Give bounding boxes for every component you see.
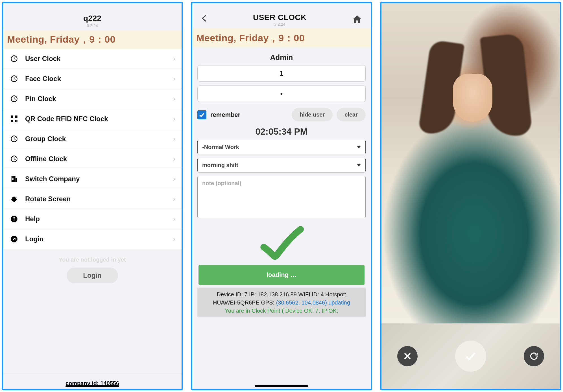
clear-button[interactable]: clear xyxy=(337,108,366,121)
menu-item-label: QR Code RFID NFC Clock xyxy=(25,115,173,123)
chevron-right-icon: › xyxy=(173,175,175,183)
clockpoint-status: You are in Clock Point ( Device OK: 7, I… xyxy=(201,307,362,315)
svg-rect-3 xyxy=(11,115,13,118)
clock-icon xyxy=(9,74,19,84)
chevron-right-icon: › xyxy=(173,215,175,223)
back-button[interactable] xyxy=(200,13,208,27)
device-hotspot: HUAWEI-5QR6PE GPS: xyxy=(213,299,276,306)
menu-item-pin-clock[interactable]: Pin Clock› xyxy=(3,89,182,109)
svg-rect-12 xyxy=(12,176,16,182)
clock-icon xyxy=(9,54,19,63)
shift-select[interactable]: morning shift xyxy=(197,158,366,172)
meeting-banner: Meeting, Friday，9：00 xyxy=(192,29,371,47)
camera-preview xyxy=(381,3,560,323)
company-id-label: company id: 140556 xyxy=(3,373,182,387)
svg-rect-13 xyxy=(12,177,13,177)
refresh-icon xyxy=(529,351,539,361)
menu-item-offline-clock[interactable]: Offline Clock› xyxy=(3,149,182,169)
home-indicator xyxy=(255,385,308,387)
work-type-select[interactable]: -Normal Work xyxy=(197,140,366,154)
app-title: q222 xyxy=(3,14,182,23)
meeting-banner: Meeting, Friday，9：00 xyxy=(3,30,182,49)
svg-rect-5 xyxy=(11,120,13,122)
menu-item-label: Switch Company xyxy=(25,175,173,183)
chevron-right-icon: › xyxy=(173,75,175,83)
svg-rect-18 xyxy=(14,179,14,180)
current-time: 02:05:34 PM xyxy=(197,126,366,137)
user-input[interactable]: 1 xyxy=(197,65,366,82)
svg-rect-14 xyxy=(14,177,14,177)
svg-rect-4 xyxy=(15,115,18,118)
svg-rect-19 xyxy=(16,178,17,182)
menu-item-label: Help xyxy=(25,215,173,223)
close-icon xyxy=(403,351,412,361)
app-version: 3.2.24 xyxy=(3,23,182,28)
chevron-right-icon: › xyxy=(173,195,175,203)
menu-list: User Clock›Face Clock›Pin Clock›QR Code … xyxy=(3,49,182,249)
check-icon xyxy=(464,350,477,363)
password-input[interactable]: • xyxy=(197,86,366,102)
gear-icon xyxy=(9,194,19,204)
arrow-circle-icon xyxy=(9,234,19,244)
note-textarea[interactable]: note (optional) xyxy=(197,176,366,218)
svg-text:?: ? xyxy=(13,216,16,222)
app-header: q222 3.2.24 xyxy=(3,3,182,30)
menu-item-group-clock[interactable]: Group Clock› xyxy=(3,129,182,149)
device-gps: (30.6562, 104.0846) xyxy=(276,299,327,306)
chevron-down-icon xyxy=(357,146,361,148)
screen-face-capture xyxy=(380,2,561,390)
menu-item-qr-code-rfid-nfc-clock[interactable]: QR Code RFID NFC Clock› xyxy=(3,109,182,129)
clock-icon xyxy=(9,134,19,144)
confirm-button[interactable] xyxy=(455,341,486,372)
page-version: 3.2.24 xyxy=(253,22,307,27)
menu-item-rotate-screen[interactable]: Rotate Screen› xyxy=(3,189,182,209)
page-title: USER CLOCK xyxy=(253,13,307,22)
clock-icon xyxy=(9,94,19,104)
not-logged-in-text: You are not logged in yet xyxy=(3,257,182,263)
home-icon xyxy=(352,14,363,24)
menu-item-switch-company[interactable]: Switch Company› xyxy=(3,169,182,189)
menu-item-user-clock[interactable]: User Clock› xyxy=(3,49,182,69)
svg-rect-8 xyxy=(15,121,16,122)
screen-user-clock: USER CLOCK 3.2.24 Meeting, Friday，9：00 A… xyxy=(191,2,372,390)
menu-item-label: Rotate Screen xyxy=(25,195,173,203)
cancel-button[interactable] xyxy=(397,346,418,366)
svg-rect-15 xyxy=(12,178,13,179)
clock-icon xyxy=(9,154,19,164)
building-icon xyxy=(9,174,19,184)
note-placeholder: note (optional) xyxy=(202,180,241,186)
role-label: Admin xyxy=(197,53,366,62)
chevron-down-icon xyxy=(357,164,361,167)
submit-button[interactable]: loading … xyxy=(198,265,365,285)
menu-item-label: Pin Clock xyxy=(25,95,173,103)
home-indicator xyxy=(66,385,119,387)
help-icon: ? xyxy=(9,214,19,224)
retry-button[interactable] xyxy=(524,346,544,366)
chevron-right-icon: › xyxy=(173,115,175,123)
screen-main-menu: q222 3.2.24 Meeting, Friday，9：00 User Cl… xyxy=(2,2,183,390)
qrcode-icon xyxy=(9,114,19,124)
device-info-panel: Device ID: 7 IP: 182.138.216.89 WIFI ID:… xyxy=(197,288,366,317)
menu-item-login[interactable]: Login› xyxy=(3,229,182,249)
login-button[interactable]: Login xyxy=(67,268,118,283)
menu-item-label: Offline Clock xyxy=(25,155,173,163)
footer: You are not logged in yet Login xyxy=(3,249,182,291)
home-button[interactable] xyxy=(352,14,363,25)
svg-rect-7 xyxy=(16,121,18,122)
menu-item-face-clock[interactable]: Face Clock› xyxy=(3,69,182,89)
svg-rect-16 xyxy=(14,178,14,179)
device-line-1: Device ID: 7 IP: 182.138.216.89 WIFI ID:… xyxy=(217,291,346,297)
menu-item-label: Group Clock xyxy=(25,135,173,143)
nav-bar: USER CLOCK 3.2.24 xyxy=(192,3,371,29)
remember-checkbox[interactable] xyxy=(197,110,206,119)
chevron-right-icon: › xyxy=(173,135,175,143)
check-icon xyxy=(199,112,205,118)
chevron-right-icon: › xyxy=(173,155,175,163)
menu-item-help[interactable]: ?Help› xyxy=(3,209,182,229)
hide-user-button[interactable]: hide user xyxy=(292,108,333,121)
chevron-right-icon: › xyxy=(173,95,175,103)
svg-rect-9 xyxy=(16,120,18,121)
menu-item-label: User Clock xyxy=(25,55,173,63)
menu-item-label: Face Clock xyxy=(25,75,173,83)
remember-label: remember xyxy=(210,111,288,119)
